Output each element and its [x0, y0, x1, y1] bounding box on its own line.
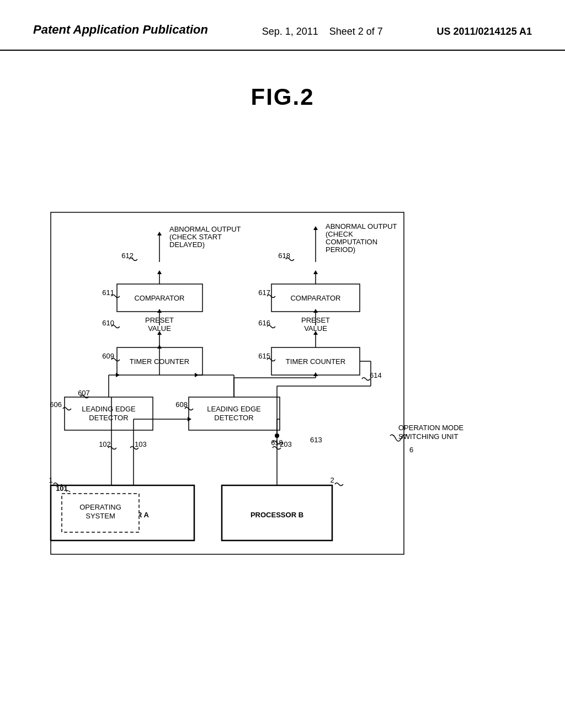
abnormal-618-label-4: PERIOD): [326, 245, 355, 254]
abnormal-618-label-2: (CHECK: [326, 230, 353, 238]
arrow-from-611-up: [157, 270, 162, 274]
page: Patent Application Publication Sep. 1, 2…: [0, 0, 565, 728]
date-sheet-label: Sep. 1, 2011 Sheet 2 of 7: [262, 22, 383, 39]
abnormal-612-label-3: DELAYED): [169, 240, 205, 249]
diagram-container: PROCESSOR A 1 OPERATING SYSTEM 101 PROCE…: [34, 127, 531, 579]
comparator-617-label: COMPARATOR: [290, 294, 340, 302]
arrow-to-618: [313, 226, 318, 230]
ref-103-label: 103: [135, 440, 147, 448]
led-608-label-1: LEADING EDGE: [207, 405, 261, 413]
publication-label: Patent Application Publication: [33, 22, 208, 38]
os-label-1: OPERATING: [79, 503, 121, 511]
page-header: Patent Application Publication Sep. 1, 2…: [0, 0, 565, 51]
led-606-label-2: DETECTOR: [89, 414, 128, 422]
ref-2-tilde: [335, 483, 343, 486]
ref-614-label: 614: [370, 371, 382, 379]
ref-614-tilde: [362, 378, 370, 381]
ref-616-label: 616: [258, 319, 270, 327]
arrow-from-617-up: [313, 270, 318, 274]
patent-number-label: US 2011/0214125 A1: [437, 22, 532, 39]
arrow-to-612: [157, 232, 162, 235]
ref-101-label: 101: [56, 484, 68, 493]
led-606-label-1: LEADING EDGE: [82, 405, 136, 413]
processor-b-label: PROCESSOR B: [250, 511, 303, 519]
diagram-svg: PROCESSOR A 1 OPERATING SYSTEM 101 PROCE…: [34, 127, 531, 579]
op-mode-label-2: SWITCHING UNIT: [398, 432, 458, 441]
comparator-611-label: COMPARATOR: [134, 294, 184, 302]
ref-606-label: 606: [50, 400, 62, 409]
ref-2-label: 2: [330, 476, 334, 484]
ref-615-label: 615: [258, 352, 270, 360]
timer-615-label: TIMER COUNTER: [286, 357, 345, 366]
op-mode-label-1: OPERATION MODE: [398, 424, 464, 432]
figure-title: FIG.2: [0, 84, 565, 110]
ref-617-label: 617: [258, 288, 270, 297]
date-label: Sep. 1, 2011: [262, 26, 318, 37]
ref-613-label: 613: [310, 436, 322, 444]
abnormal-618-label-3: COMPUTATION: [326, 238, 377, 246]
abnormal-612-label-1: ABNORMAL OUTPUT: [169, 225, 241, 233]
led-608-label-2: DETECTOR: [214, 414, 253, 422]
abnormal-612-label-2: (CHECK START: [169, 233, 222, 241]
sheet-label: Sheet 2 of 7: [329, 26, 383, 37]
ref-6-label: 6: [409, 446, 413, 454]
abnormal-618-label-1: ABNORMAL OUTPUT: [326, 222, 397, 231]
os-label-2: SYSTEM: [86, 512, 115, 520]
